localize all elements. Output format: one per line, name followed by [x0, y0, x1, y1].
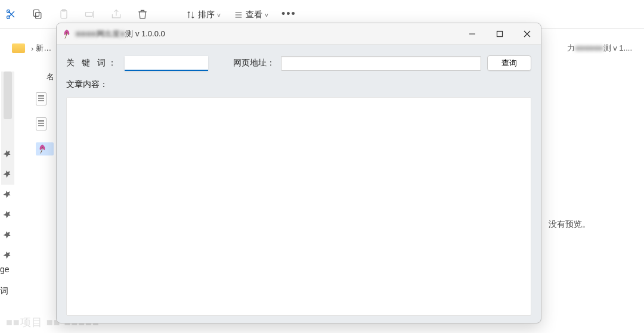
pin-icon[interactable] [1, 248, 14, 262]
pins-column [2, 149, 12, 260]
preview-empty-text: 没有预览。 [549, 219, 590, 230]
close-button[interactable] [513, 23, 541, 44]
share-icon[interactable] [110, 8, 123, 21]
content-row: 文章内容： [66, 79, 531, 90]
column-header-name[interactable]: 名 [47, 71, 54, 82]
maximize-button[interactable] [486, 23, 513, 44]
list-item[interactable] [36, 117, 54, 130]
folder-icon [12, 43, 25, 53]
window-controls [459, 23, 541, 44]
sort-menu[interactable]: 排序 ⅴ [186, 10, 221, 20]
keyword-label: 关 键 词： [66, 58, 119, 69]
truncated-label-2: 词 [0, 286, 8, 297]
breadcrumb-current: 新… [36, 43, 51, 54]
document-icon [36, 117, 47, 130]
file-list [36, 92, 54, 155]
titlebar[interactable]: ■■■■ 网出度 ■ 测 v 1.0.0.0 [57, 23, 541, 45]
input-row: 关 键 词： 网页地址： 查询 [66, 55, 531, 71]
svg-rect-6 [86, 12, 93, 16]
view-label: 查看 [246, 10, 262, 20]
dialog-body: 关 键 词： 网页地址： 查询 文章内容： [57, 45, 541, 323]
content-textarea[interactable] [66, 97, 531, 316]
pin-icon[interactable] [1, 208, 14, 222]
sort-label: 排序 [198, 10, 215, 20]
app-icon [37, 144, 48, 154]
cut-icon[interactable] [5, 8, 18, 21]
overflow-icon[interactable]: ••• [281, 8, 296, 20]
keyword-input[interactable] [125, 56, 208, 71]
query-button[interactable]: 查询 [487, 55, 531, 71]
truncated-label-1: ge [0, 264, 10, 274]
svg-rect-2 [36, 12, 41, 18]
app-window: ■■■■ 网出度 ■ 测 v 1.0.0.0 关 键 词： 网页地址： 查询 文… [56, 23, 541, 323]
window-title: ■■■■ 网出度 ■ 测 v 1.0.0.0 [76, 29, 165, 39]
breadcrumb-right-fragment: 力■■■■■■测 v 1.... [567, 43, 632, 54]
svg-rect-7 [497, 31, 503, 36]
list-item-selected[interactable] [36, 142, 54, 155]
rename-icon[interactable] [83, 8, 97, 21]
pin-icon[interactable] [1, 188, 14, 201]
chevron-right-icon: › [31, 44, 33, 53]
content-label: 文章内容： [66, 79, 108, 90]
pin-icon[interactable] [1, 228, 14, 242]
view-menu[interactable]: 查看 ⅴ [234, 10, 268, 20]
app-icon [61, 29, 72, 39]
pin-icon[interactable] [1, 167, 14, 181]
url-input[interactable] [281, 56, 481, 71]
delete-icon[interactable] [136, 8, 149, 21]
url-label: 网页地址： [233, 58, 275, 69]
minimize-button[interactable] [459, 23, 486, 44]
pin-icon[interactable] [1, 147, 14, 161]
copy-icon[interactable] [31, 8, 44, 21]
document-icon [36, 92, 47, 105]
svg-rect-3 [33, 10, 39, 16]
paste-icon[interactable] [57, 8, 70, 21]
list-item[interactable] [36, 92, 54, 105]
